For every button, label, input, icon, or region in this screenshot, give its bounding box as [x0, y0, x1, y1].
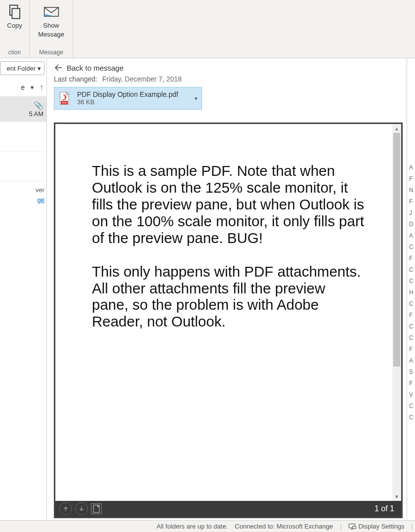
back-to-message-label: Back to message — [67, 64, 124, 72]
pdf-toolbar: 1 of 1 — [55, 501, 401, 517]
svg-rect-8 — [353, 526, 356, 529]
sort-label: e — [21, 83, 25, 91]
attachment-filename: PDF Display Option Example.pdf — [77, 90, 178, 98]
show-message-link[interactable]: ge — [38, 196, 44, 204]
pdf-next-button[interactable] — [75, 502, 88, 515]
caret-down-icon: ▾ — [31, 84, 34, 91]
right-panel-letters: AFNFJDACFCCHCFCCFASFVCC — [407, 162, 415, 423]
sort-row[interactable]: e ▾ ↑ — [0, 81, 46, 94]
paperclip-icon: 📎 — [34, 101, 43, 110]
last-changed-value: Friday, December 7, 2018 — [102, 75, 182, 83]
last-changed-label: Last changed: — [54, 75, 97, 83]
pdf-prev-button[interactable] — [59, 502, 72, 515]
attachment-chip[interactable]: PDF PDF Display Option Example.pdf 36 KB… — [54, 87, 202, 110]
svg-text:PDF: PDF — [62, 101, 67, 104]
status-folders: All folders are up to date. — [157, 523, 228, 530]
arrow-up-icon — [62, 505, 69, 512]
back-to-message-link[interactable]: Back to message — [54, 63, 400, 72]
pdf-paragraph: This only happens with PDF attachments. … — [92, 263, 366, 330]
pdf-file-icon: PDF — [58, 91, 72, 105]
status-connection: Connected to: Microsoft Exchange — [235, 523, 333, 530]
display-settings-label: Display Settings — [358, 523, 404, 530]
message-item-selected[interactable]: 📎 5 AM — [0, 97, 46, 122]
svg-rect-1 — [12, 8, 20, 18]
show-message-label-1: Show — [43, 22, 59, 30]
copy-button[interactable]: Copy — [3, 2, 27, 30]
preview-pane: Back to message Last changed: Friday, De… — [47, 58, 407, 520]
show-message-button[interactable]: Show Message — [35, 2, 67, 39]
ribbon-group-message: Show Message Message — [30, 0, 73, 58]
sort-direction-arrow-icon[interactable]: ↑ — [40, 83, 43, 92]
message-item[interactable] — [0, 152, 46, 181]
group-label: ver — [0, 181, 46, 195]
pdf-paragraph: This is a sample PDF. Note that when Out… — [92, 163, 366, 246]
scroll-up-button[interactable]: ▲ — [392, 124, 401, 133]
arrow-down-icon — [78, 505, 85, 512]
ribbon-group-action: Copy ction — [0, 0, 30, 58]
scroll-thumb[interactable] — [393, 133, 400, 367]
last-changed-row: Last changed: Friday, December 7, 2018 — [54, 75, 400, 83]
ribbon-group-label-left: ction — [3, 49, 26, 57]
pdf-preview: This is a sample PDF. Note that when Out… — [54, 123, 403, 518]
copy-icon — [6, 3, 24, 21]
pdf-page-fit-icon[interactable] — [91, 503, 102, 514]
message-time: 5 AM — [0, 110, 43, 118]
status-bar: All folders are up to date. Connected to… — [0, 520, 415, 532]
show-message-label-2: Message — [38, 31, 64, 39]
current-folder-dropdown[interactable]: ent Folder ▾ — [0, 61, 44, 75]
pdf-scrollbar[interactable]: ▲ ▼ — [392, 124, 401, 501]
caret-down-icon[interactable]: ▾ — [195, 95, 198, 102]
message-item[interactable] — [0, 122, 46, 152]
caret-down-icon: ▾ — [38, 65, 41, 72]
display-settings-button[interactable]: Display Settings — [348, 523, 404, 531]
arrow-left-icon — [54, 63, 63, 72]
pdf-page-indicator: 1 of 1 — [374, 504, 394, 513]
folder-dropdown-label: ent Folder — [6, 65, 36, 72]
attachment-filesize: 36 KB — [77, 98, 178, 106]
envelope-back-icon — [42, 3, 60, 21]
right-panel: AFNFJDACFCCHCFCCFASFVCC — [407, 58, 415, 520]
scroll-down-button[interactable]: ▼ — [392, 492, 401, 501]
ribbon: Copy ction Show Message Message — [0, 0, 415, 58]
display-settings-icon — [348, 523, 356, 531]
message-list: ent Folder ▾ e ▾ ↑ 📎 5 AM ver ge — [0, 58, 47, 520]
pdf-content[interactable]: This is a sample PDF. Note that when Out… — [55, 124, 392, 501]
copy-label: Copy — [7, 22, 22, 30]
ribbon-group-label-right: Message — [33, 49, 70, 57]
